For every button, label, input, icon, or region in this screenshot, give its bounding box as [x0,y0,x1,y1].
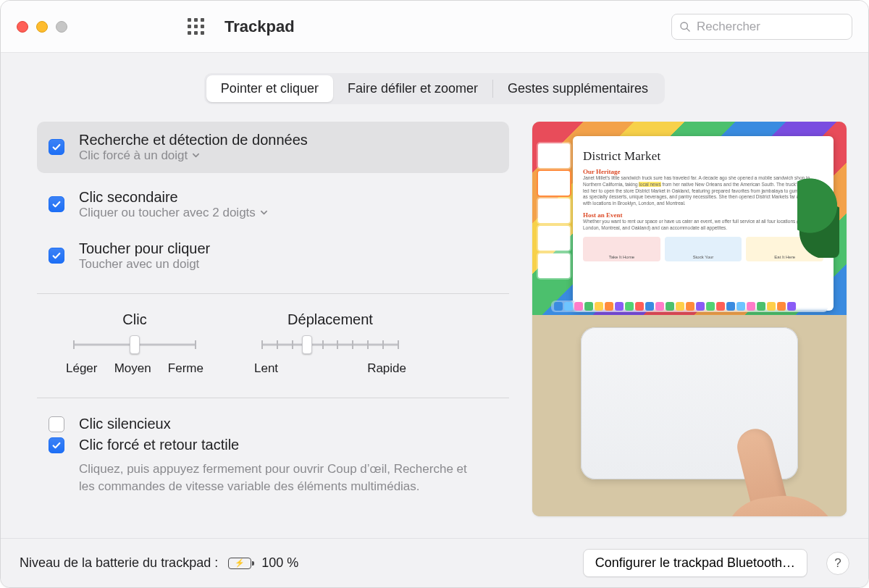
nav-arrows [131,20,157,34]
tabbar: Pointer et cliquer Faire défiler et zoom… [1,53,868,122]
slider-tracking-label-max: Rapide [367,361,406,376]
slider-tracking-labels: Lent Rapide [254,361,406,376]
preview-dock [551,301,828,312]
option-silent-click-label: Clic silencieux [79,416,171,432]
option-force-click-description: Cliquez, puis appuyez fermement pour ouv… [79,458,484,495]
toolbar: Trackpad [1,1,868,53]
option-lookup-title: Recherche et détection de données [79,132,308,148]
slider-tracking-knob[interactable] [302,335,312,354]
options-column: Recherche et détection de données Clic f… [37,122,509,538]
option-secondary-click[interactable]: Clic secondaire Cliquer ou toucher avec … [37,179,509,230]
battery-label: Niveau de la batterie du trackpad : [20,555,218,571]
gesture-preview: District Market Our Heritage Janet Mille… [532,122,847,516]
close-window-button[interactable] [17,21,28,33]
preview-doc-body: Janet Millet's little sandwich truck sur… [583,175,823,207]
option-secondary-click-title: Clic secondaire [79,189,268,206]
search-icon [679,20,691,33]
search-field[interactable] [671,14,852,40]
slider-tracking-label-min: Lent [254,361,278,376]
checkbox-silent-click[interactable] [49,416,64,432]
tab-scroll-zoom[interactable]: Faire défiler et zoomer [333,75,492,102]
slider-click-knob[interactable] [130,335,140,354]
option-silent-click[interactable]: Clic silencieux [49,416,509,432]
checkbox-lookup[interactable] [49,139,64,155]
svg-line-1 [687,28,689,31]
minimize-window-button[interactable] [36,21,48,33]
chevron-down-icon[interactable] [260,206,268,220]
option-secondary-click-subtitle[interactable]: Cliquer ou toucher avec 2 doigts [79,206,256,220]
slider-click: Clic Léger Moyen Ferme [73,311,196,376]
pane-title: Trackpad [224,17,295,36]
battery-icon: ⚡ [228,558,251,569]
preview-trackpad-area [532,315,847,516]
help-button[interactable]: ? [826,552,849,575]
slider-click-label-mid: Moyen [114,361,151,376]
slider-click-title: Clic [122,311,146,328]
show-all-prefs-button[interactable] [188,18,204,35]
option-tap-to-click-title: Toucher pour cliquer [79,240,210,257]
preview-hand [702,395,825,516]
slider-click-label-max: Ferme [168,361,203,376]
option-force-click[interactable]: Clic forcé et retour tactile [49,437,509,453]
preview-sidebar [538,143,570,278]
battery-percentage: 100 % [261,555,298,571]
preview-doc-heading-2: Host an Event [583,211,823,219]
slider-tracking-track[interactable] [261,335,399,354]
tab-point-click[interactable]: Pointer et cliquer [206,75,333,102]
zoom-window-button [56,21,67,33]
checkbox-tap-to-click[interactable] [49,248,64,264]
tab-gestures[interactable]: Gestes supplémentaires [493,75,663,102]
slider-tracking-title: Déplacement [287,311,373,328]
preferences-window: Trackpad Pointer et cliquer Faire défile… [0,0,869,588]
configure-bluetooth-trackpad-button[interactable]: Configurer le trackpad Bluetooth… [583,549,807,577]
preview-doc-title: District Market [583,149,823,164]
option-tap-to-click[interactable]: Toucher pour cliquer Toucher avec un doi… [37,230,509,282]
search-input[interactable] [697,20,844,34]
checkbox-force-click[interactable] [49,437,64,453]
slider-click-label-min: Léger [66,361,97,376]
option-tap-to-click-subtitle: Toucher avec un doigt [79,257,199,272]
slider-click-track[interactable] [73,335,196,354]
option-force-click-label: Clic forcé et retour tactile [79,437,239,453]
option-lookup[interactable]: Recherche et détection de données Clic f… [37,122,509,173]
option-lookup-subtitle[interactable]: Clic forcé à un doigt [79,148,188,163]
slider-click-labels: Léger Moyen Ferme [66,361,203,376]
preview-card: Take It Home [583,237,660,261]
preview-doc-body-2: Whether you want to rent our space or ha… [583,219,823,232]
preview-image-vegetables [797,171,839,258]
preview-doc-heading-1: Our Heritage [583,168,823,175]
footer: Niveau de la batterie du trackpad : ⚡ 10… [1,538,868,587]
slider-tracking: Déplacement Lent Rapide [261,311,399,376]
preview-document: District Market Our Heritage Janet Mille… [573,136,834,311]
checkbox-secondary-click[interactable] [49,196,64,212]
divider [37,293,509,294]
preview-card: Stock Your [665,237,742,261]
chevron-down-icon[interactable] [192,148,200,163]
window-controls [17,21,67,33]
preview-screen: District Market Our Heritage Janet Mille… [532,122,847,315]
divider [37,398,509,398]
